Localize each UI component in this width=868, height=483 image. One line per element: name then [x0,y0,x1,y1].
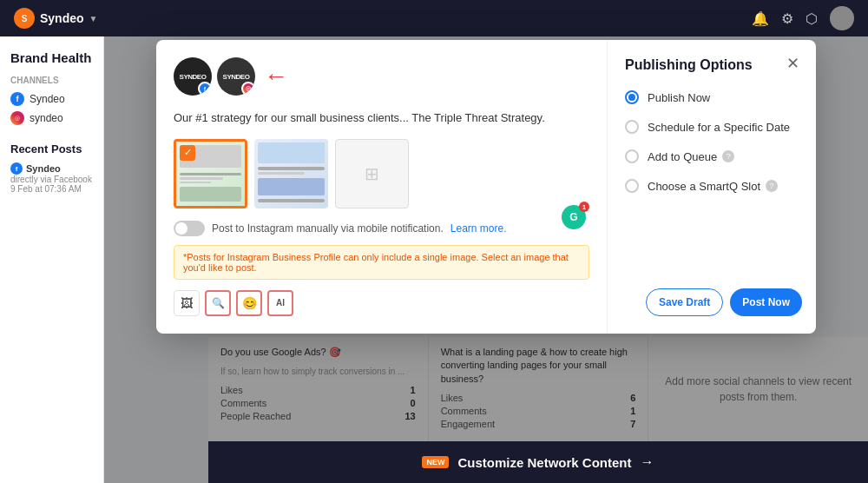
profile-icon-fb[interactable]: SYNDEO f [174,57,212,96]
queue-help-icon[interactable]: ? [722,150,734,162]
search-image-button[interactable]: 🔍 [205,290,231,316]
modal-left-panel: SYNDEO f SYNDEO ◎ ← Our #1 strategy for … [156,40,608,334]
new-badge: NEW [422,456,449,468]
facebook-icon: f [10,92,24,106]
radio-queue-circle [625,149,639,163]
user-avatar[interactable] [830,6,854,30]
thumbnail-check: ✓ [180,145,195,161]
facebook-badge: f [198,82,212,96]
ai-button[interactable]: AI [267,290,293,316]
save-draft-button[interactable]: Save Draft [646,288,723,316]
app-name: Syndeo [40,11,84,25]
radio-smartq[interactable]: Choose a SmartQ Slot ? [625,179,799,193]
thumbnail-placeholder[interactable]: ⊞ [335,139,409,208]
profile-icons-row: SYNDEO f SYNDEO ◎ ← [174,57,589,96]
radio-add-queue[interactable]: Add to Queue ? [625,149,799,163]
smartq-help-icon[interactable]: ? [766,180,778,192]
channel-name-fb: Syndeo [30,93,65,105]
search-image-icon: 🔍 [212,297,225,309]
arrow-indicator: ← [264,63,288,90]
instagram-icon: ◎ [10,111,24,125]
radio-publish-now-label: Publish Now [648,91,710,104]
modal-actions: Save Draft Post Now [621,288,802,316]
profile-icon-ig[interactable]: SYNDEO ◎ [217,57,255,96]
radio-queue-label: Add to Queue ? [648,150,734,163]
recent-post-date: 9 Feb at 07:36 AM [10,184,93,194]
nav-chevron[interactable]: ▼ [89,14,98,23]
main-content: Do you use Google Ads? 🎯 If so, learn ho… [104,36,868,483]
bottom-toolbar: 🖼 🔍 😊 AI [174,290,589,316]
modal-close-button[interactable]: ✕ [783,54,802,73]
customize-bar[interactable]: NEW Customize Network Content → [208,441,868,483]
recent-post-item[interactable]: f Syndeo directly via Facebook 9 Feb at … [10,162,93,194]
profile-fb-text: SYNDEO [180,73,207,81]
ig-toggle-switch[interactable] [174,221,205,236]
modal-right-panel: Publishing Options ✕ Publish Now Schedul… [608,40,816,334]
top-nav: S Syndeo ▼ 🔔 ⚙ ⬡ [0,0,868,36]
thumb2-content [254,139,328,208]
grammarly-button[interactable]: G 1 [562,205,586,229]
radio-smartq-circle [625,179,639,193]
recent-posts-title: Recent Posts [10,142,93,155]
add-image-icon: ⊞ [365,163,379,184]
emoji-icon: 😊 [242,296,257,310]
post-now-button[interactable]: Post Now [730,288,802,316]
bell-icon[interactable]: 🔔 [752,10,769,27]
warning-text: *Posts for Instagram Business Profile ca… [183,252,569,273]
recent-posts-section: Recent Posts f Syndeo directly via Faceb… [10,142,93,194]
modal: SYNDEO f SYNDEO ◎ ← Our #1 strategy for … [156,40,816,334]
publishing-options-title: Publishing Options [625,57,799,73]
app-logo[interactable]: S Syndeo ▼ [14,8,97,29]
thumbnail-1[interactable]: ✓ [174,139,247,208]
gear-icon[interactable]: ⚙ [781,10,793,27]
image-icon: 🖼 [181,296,193,310]
ig-learn-more-link[interactable]: Learn more. [450,222,507,235]
profile-ig-text: SYNDEO [223,73,250,81]
image-upload-button[interactable]: 🖼 [174,290,200,316]
ig-toggle-label: Post to Instagram manually via mobile no… [212,222,444,235]
recent-post-via: directly via Facebook [10,175,93,184]
radio-schedule-circle [625,120,639,134]
radio-smartq-label: Choose a SmartQ Slot ? [648,180,778,193]
fb-icon-small: f [10,162,23,175]
instagram-badge: ◎ [241,82,255,96]
channels-label: CHANNELS [10,76,93,85]
ai-icon: AI [276,298,285,308]
sidebar-channel-facebook[interactable]: f Syndeo [10,92,93,106]
radio-publish-now[interactable]: Publish Now [625,90,799,104]
sidebar-channel-instagram[interactable]: ◎ syndeo [10,111,93,125]
customize-arrow-icon: → [641,454,654,470]
radio-schedule[interactable]: Schedule for a Specific Date [625,120,799,134]
recent-post-channel: f Syndeo [10,162,93,175]
customize-bar-text: Customize Network Content [457,455,631,470]
logo-circle: S [14,8,35,29]
thumbnail-2[interactable] [254,139,328,208]
share-icon[interactable]: ⬡ [806,10,818,27]
sidebar: Brand Health CHANNELS f Syndeo ◎ syndeo … [0,36,104,483]
customize-bar-inner: NEW Customize Network Content → [422,454,654,470]
post-text[interactable]: Our #1 strategy for our small business c… [174,109,589,127]
grammarly-badge: 1 [579,202,589,212]
emoji-button[interactable]: 😊 [236,290,262,316]
grammarly-icon: G 1 [562,205,586,229]
radio-publish-now-circle [625,90,639,104]
close-icon: ✕ [786,54,799,73]
nav-icons: 🔔 ⚙ ⬡ [752,6,854,30]
ig-toggle-row: Post to Instagram manually via mobile no… [174,221,589,236]
sidebar-brand-health[interactable]: Brand Health [10,50,93,65]
toggle-knob [175,222,187,235]
channel-name-ig: syndeo [30,112,63,124]
radio-schedule-label: Schedule for a Specific Date [648,121,790,134]
warning-bar: *Posts for Instagram Business Profile ca… [174,245,589,280]
thumbnails-row: ✓ [174,139,589,208]
